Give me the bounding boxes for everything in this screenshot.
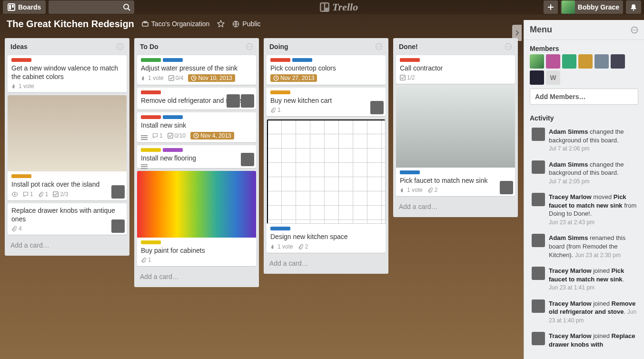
user-menu[interactable]: Bobby Grace [561, 0, 623, 14]
activity-item: Tracey Marlow joined Replace drawer knob… [530, 328, 642, 352]
card-labels [270, 90, 382, 94]
card-title: Pick countertop colors [270, 64, 382, 72]
list-menu-icon[interactable] [375, 43, 383, 50]
activity-text: Tracey Marlow joined Replace drawer knob… [549, 332, 640, 349]
member-avatar[interactable] [370, 101, 384, 114]
card-badges: 1 [270, 107, 382, 113]
add-members-button[interactable]: Add Members… [530, 89, 638, 105]
card[interactable]: Install new sink 1 0/10 Nov 4, 2013 [137, 112, 256, 142]
member-avatar[interactable] [530, 54, 544, 69]
list-header[interactable]: Doing [267, 41, 386, 52]
notifications-button[interactable] [626, 0, 641, 14]
card-cover [137, 171, 256, 238]
card[interactable]: Get a new window valence to match the ca… [8, 55, 127, 92]
list-menu-icon[interactable] [246, 43, 253, 50]
svg-point-23 [250, 46, 251, 47]
member-avatar[interactable] [594, 54, 609, 69]
menu-header: Menu [524, 20, 644, 40]
members-heading: Members [524, 40, 644, 54]
list-title: Ideas [10, 43, 28, 50]
attachments-badge: 1 [270, 107, 281, 113]
search-box[interactable] [49, 0, 134, 14]
card[interactable]: Buy new kitchen cart 1 [267, 88, 386, 116]
list[interactable]: Done!Call contractor 1/2Pick faucet to m… [393, 38, 518, 217]
card[interactable]: Call contractor 1/2 [396, 55, 515, 84]
member-avatar[interactable] [241, 153, 254, 166]
list-header[interactable]: Ideas [8, 41, 127, 52]
add-card-button[interactable]: Add a card… [137, 269, 256, 284]
svg-rect-2 [12, 5, 14, 8]
card[interactable]: Buy paint for cabinets 1 [137, 171, 256, 266]
svg-point-10 [633, 10, 634, 11]
activity-item: Tracey Marlow moved Pick faucet to match… [530, 189, 642, 230]
card[interactable]: Install new flooring [137, 145, 256, 168]
member-avatar-initial[interactable]: W [546, 70, 560, 85]
trello-logo-icon [320, 2, 329, 12]
add-card-button[interactable]: Add a card… [8, 238, 127, 253]
card[interactable]: Adjust water pressure of the sink 1 vote… [137, 55, 256, 85]
card[interactable]: Replace drawer knobs with antique ones 4 [8, 203, 127, 235]
card-labels [11, 58, 123, 62]
member-avatar[interactable] [578, 54, 593, 69]
top-bar: Boards Trello Bobby Grace [0, 0, 644, 14]
checklist-badge: 2/3 [53, 191, 68, 198]
activity-avatar [532, 160, 545, 174]
card-labels [400, 58, 511, 62]
card[interactable]: Pick faucet to match new sink 1 vote 2 [396, 87, 515, 196]
org-link[interactable]: Taco's Organization [142, 20, 210, 28]
list-menu-icon[interactable] [505, 43, 512, 50]
member-avatar[interactable] [111, 219, 125, 233]
votes-badge: 1 vote [141, 75, 164, 81]
card-title: Install new sink [141, 121, 252, 130]
svg-rect-37 [400, 75, 406, 80]
svg-line-4 [128, 9, 130, 10]
label-red [141, 90, 161, 94]
card-title: Design new kitchen space [270, 232, 382, 241]
member-avatar[interactable] [227, 94, 240, 108]
list-header[interactable]: To Do [137, 41, 256, 52]
member-avatar[interactable] [611, 54, 625, 69]
activity-avatar [532, 332, 545, 345]
list[interactable]: IdeasGet a new window valence to match t… [5, 38, 129, 256]
member-avatar[interactable] [241, 94, 254, 108]
label-orange [270, 90, 290, 94]
add-card-button[interactable]: Add a card… [267, 256, 386, 271]
list[interactable]: To DoAdjust water pressure of the sink 1… [134, 38, 259, 287]
card[interactable]: Design new kitchen space 1 vote 2 [267, 119, 386, 252]
card[interactable]: Install pot rack over the island 1 1 2/3 [8, 95, 127, 200]
visibility-button[interactable]: Public [232, 20, 260, 28]
svg-point-29 [377, 46, 378, 47]
card[interactable]: Pick countertop colors Nov 27, 2013 [267, 55, 386, 85]
board-canvas[interactable]: IdeasGet a new window valence to match t… [0, 38, 524, 359]
member-avatar[interactable] [111, 185, 125, 199]
label-blue [270, 227, 290, 230]
activity-list[interactable]: Adam Simms changed the background of thi… [524, 124, 644, 359]
list[interactable]: DoingPick countertop colors Nov 27, 2013… [264, 38, 388, 274]
boards-button[interactable]: Boards [3, 0, 46, 14]
star-button[interactable] [217, 20, 225, 28]
add-button[interactable] [544, 0, 558, 14]
checklist-badge: 0/10 [168, 132, 186, 139]
card-members [370, 101, 384, 114]
comments-badge: 1 [23, 191, 33, 198]
menu-more-icon[interactable] [631, 26, 638, 34]
bell-icon [630, 3, 637, 11]
app-logo[interactable]: Trello [137, 1, 541, 13]
svg-point-22 [249, 46, 250, 47]
member-avatar[interactable] [530, 70, 544, 85]
member-avatar[interactable] [562, 54, 576, 69]
board-title[interactable]: The Great Kitchen Redesign [7, 19, 134, 30]
card-badges: 1 1 2/3 [11, 191, 123, 198]
list-menu-icon[interactable] [116, 43, 124, 50]
activity-avatar [532, 234, 545, 247]
svg-point-30 [378, 46, 379, 47]
card-title: Buy paint for cabinets [141, 246, 252, 255]
add-card-button[interactable]: Add a card… [396, 199, 515, 214]
card-title: Adjust water pressure of the sink [141, 64, 252, 72]
member-avatar[interactable] [546, 54, 560, 69]
activity-text: Tracey Marlow joined Pick faucet to matc… [549, 267, 640, 292]
activity-avatar [532, 193, 545, 206]
card[interactable]: Remove old refrigerator and stove [137, 88, 256, 110]
member-avatar[interactable] [500, 181, 513, 194]
list-header[interactable]: Done! [396, 41, 515, 52]
